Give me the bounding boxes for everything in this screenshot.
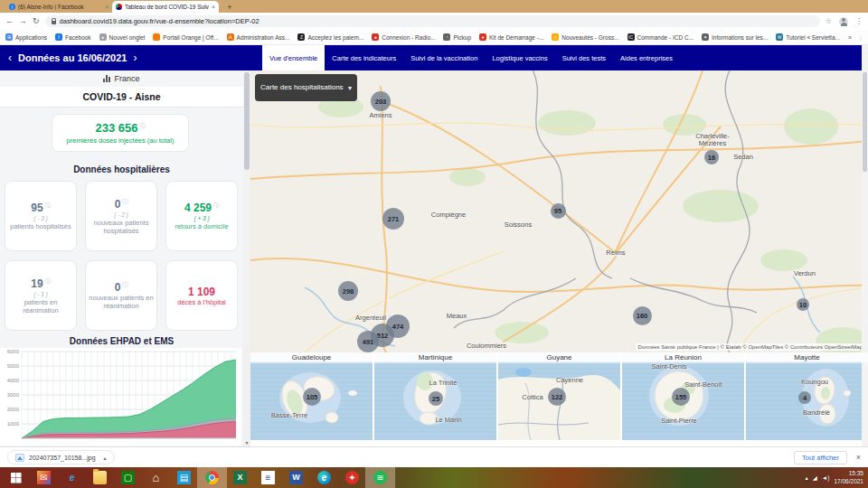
start-button[interactable] bbox=[2, 467, 30, 488]
overseas-map-reunion[interactable]: La RéunionSaint-DenisSaint-BenoîtSaint-P… bbox=[622, 352, 744, 440]
map-marker[interactable]: 95 bbox=[551, 203, 566, 219]
bookmarks-overflow-icon[interactable]: » bbox=[848, 34, 852, 41]
map-marker[interactable]: 271 bbox=[382, 208, 404, 230]
profile-avatar[interactable] bbox=[839, 17, 848, 26]
back-icon[interactable]: ← bbox=[5, 17, 14, 25]
info-icon[interactable]: ⓘ bbox=[122, 199, 127, 204]
bookmark-label: Acceptez les paiem... bbox=[307, 34, 363, 41]
bookmark-item[interactable]: ZAcceptez les paiem... bbox=[297, 33, 363, 41]
scope-label: France bbox=[114, 74, 139, 83]
map-marker[interactable]: 155 bbox=[672, 388, 690, 406]
bookmark-item[interactable]: ICCommande - ICD C... bbox=[627, 33, 694, 41]
edge-icon[interactable]: e bbox=[310, 467, 338, 488]
map-marker[interactable]: 25 bbox=[429, 391, 443, 406]
hidden-icons-caret[interactable]: ▴ bbox=[806, 474, 808, 482]
home-icon[interactable]: ⌂ bbox=[142, 467, 170, 488]
overseas-map-guadeloupe[interactable]: GuadeloupeBasse-Terre105 bbox=[250, 352, 373, 440]
word-icon[interactable]: W bbox=[282, 467, 310, 488]
dashboard-tab[interactable]: Suivi des tests bbox=[555, 45, 613, 70]
bookmark-item[interactable]: ⊞Applications bbox=[5, 33, 47, 41]
bookmark-item[interactable]: WTutoriel « Servietta... bbox=[776, 33, 840, 41]
bookmark-item[interactable]: ◇Nouveautés - Gross... bbox=[552, 33, 618, 41]
map-marker[interactable]: 16 bbox=[704, 150, 719, 164]
dashboard-tab[interactable]: Vue d'ensemble bbox=[262, 45, 325, 70]
bookmark-label: Administration Ass... bbox=[237, 34, 290, 41]
file-explorer-icon[interactable] bbox=[86, 467, 114, 488]
map-marker[interactable]: 203 bbox=[371, 91, 391, 111]
spotify-icon[interactable]: ≋ bbox=[366, 467, 394, 488]
info-icon[interactable]: ⓘ bbox=[122, 282, 127, 287]
map-marker[interactable]: 10 bbox=[797, 298, 809, 311]
red-app-icon[interactable]: ✦ bbox=[338, 467, 366, 488]
bookmark-label: Kit de Démarrage -... bbox=[489, 34, 543, 41]
map-layer-dropdown[interactable]: Carte des hospitalisations ▾ bbox=[255, 74, 357, 101]
overseas-map-guyane[interactable]: GuyaneCayenneCottica122 bbox=[498, 352, 620, 440]
bookmark-item[interactable]: Portail Orange | Off... bbox=[153, 33, 218, 41]
city-label: Meaux bbox=[447, 313, 467, 320]
map-marker[interactable]: 298 bbox=[338, 281, 358, 301]
map-hospitalisations[interactable]: 203162719529847451249116010 AmiensCharle… bbox=[250, 70, 868, 352]
map-marker[interactable]: 4 bbox=[798, 391, 811, 404]
map-marker[interactable]: 105 bbox=[303, 388, 321, 406]
close-tab-icon[interactable]: × bbox=[105, 4, 108, 10]
volume-icon[interactable]: ◄) bbox=[822, 474, 830, 481]
stat-value: 0ⓘ bbox=[115, 198, 128, 211]
scope-toggle-france[interactable]: France bbox=[0, 70, 243, 87]
bookmark-favicon: IC bbox=[627, 33, 635, 41]
prev-date-button[interactable]: ‹ bbox=[8, 52, 12, 63]
download-item[interactable]: 202407357_10158...jpg ▴ bbox=[7, 450, 115, 465]
close-download-bar-icon[interactable]: × bbox=[856, 453, 861, 462]
pickup-app-icon[interactable]: ▤ bbox=[170, 467, 198, 488]
home-icon-glyph: ⌂ bbox=[149, 471, 163, 484]
sidebar-scrollbar[interactable]: ▾ bbox=[243, 70, 250, 446]
next-date-button[interactable]: › bbox=[133, 52, 137, 63]
bookmark-item[interactable]: ✦Informations sur les... bbox=[702, 33, 768, 41]
refresh-icon[interactable]: ↻ bbox=[33, 17, 40, 25]
info-icon[interactable]: ⓘ bbox=[45, 202, 51, 208]
bookmark-item[interactable]: ●Nouvel onglet bbox=[99, 33, 146, 41]
url-bar[interactable]: dashboard.covid19.data.gouv.fr/vue-d-ens… bbox=[45, 15, 820, 27]
info-icon[interactable]: ⓘ bbox=[45, 278, 51, 284]
info-icon[interactable]: ⓘ bbox=[213, 202, 219, 208]
bookmark-item[interactable]: ●Connexion - Radio... bbox=[372, 33, 435, 41]
map-marker[interactable]: 160 bbox=[633, 306, 652, 325]
docs-icon[interactable]: ≡ bbox=[254, 467, 282, 488]
browser-menu-icon[interactable]: ⋮ bbox=[855, 17, 863, 25]
stat-value: 95ⓘ bbox=[31, 202, 50, 214]
excel-icon[interactable]: X bbox=[226, 467, 254, 488]
mail-app-icon[interactable]: ✉ bbox=[30, 467, 58, 488]
download-caret-icon[interactable]: ▴ bbox=[104, 455, 107, 461]
window-scrollbar[interactable] bbox=[862, 45, 868, 446]
show-all-downloads-button[interactable]: Tout afficher bbox=[794, 451, 847, 465]
browser-tab[interactable]: Tableau de bord COVID-19 Suivi× bbox=[112, 1, 219, 13]
forward-icon[interactable]: → bbox=[19, 17, 27, 25]
overseas-map-mayotte[interactable]: MayotteKoungouBandrélé4 bbox=[746, 352, 868, 440]
chrome-icon[interactable] bbox=[198, 467, 226, 488]
scroll-down-icon[interactable]: ▾ bbox=[243, 439, 250, 446]
dashboard-tab[interactable]: Aides entreprises bbox=[613, 45, 680, 70]
dashboard-tab[interactable]: Carte des indicateurs bbox=[325, 45, 403, 70]
dashboard-tab[interactable]: Suivi de la vaccination bbox=[403, 45, 485, 70]
bookmark-item[interactable]: fFacebook bbox=[55, 33, 91, 41]
vaccine-label: premières doses injectées (au total) bbox=[67, 136, 175, 145]
tab-title: Tableau de bord COVID-19 Suivi bbox=[125, 4, 209, 10]
bookmark-item[interactable]: ◔Pickup bbox=[443, 33, 471, 41]
bookmark-item[interactable]: ♦Kit de Démarrage -... bbox=[479, 33, 543, 41]
bookmark-star-icon[interactable]: ☆ bbox=[826, 17, 832, 25]
map-marker[interactable]: 122 bbox=[548, 388, 566, 406]
internet-explorer-icon[interactable]: e bbox=[58, 467, 86, 488]
overseas-map-martinique[interactable]: MartiniqueLa TrinitéLe Marin25 bbox=[374, 352, 496, 440]
taskbar-clock[interactable]: 15:35 17/06/2021 bbox=[834, 470, 866, 484]
close-tab-icon[interactable]: × bbox=[212, 4, 215, 10]
bookmark-item[interactable]: AAdministration Ass... bbox=[227, 33, 290, 41]
browser-tab[interactable]: f(6) Aisne-Info | Facebook× bbox=[5, 1, 112, 13]
network-icon[interactable]: ◢ bbox=[813, 474, 817, 482]
window-scrollbar-thumb[interactable] bbox=[863, 72, 867, 172]
dashboard-tab[interactable]: Logistique vaccins bbox=[485, 45, 554, 70]
store-icon[interactable]: ▢ bbox=[114, 467, 142, 488]
sidebar-scrollbar-thumb[interactable] bbox=[244, 72, 250, 170]
map-layer-label: Carte des hospitalisations bbox=[260, 83, 348, 92]
map-marker[interactable]: 491 bbox=[357, 331, 379, 352]
new-tab-button[interactable]: + bbox=[224, 2, 235, 13]
info-icon[interactable]: ⓘ bbox=[140, 123, 146, 128]
